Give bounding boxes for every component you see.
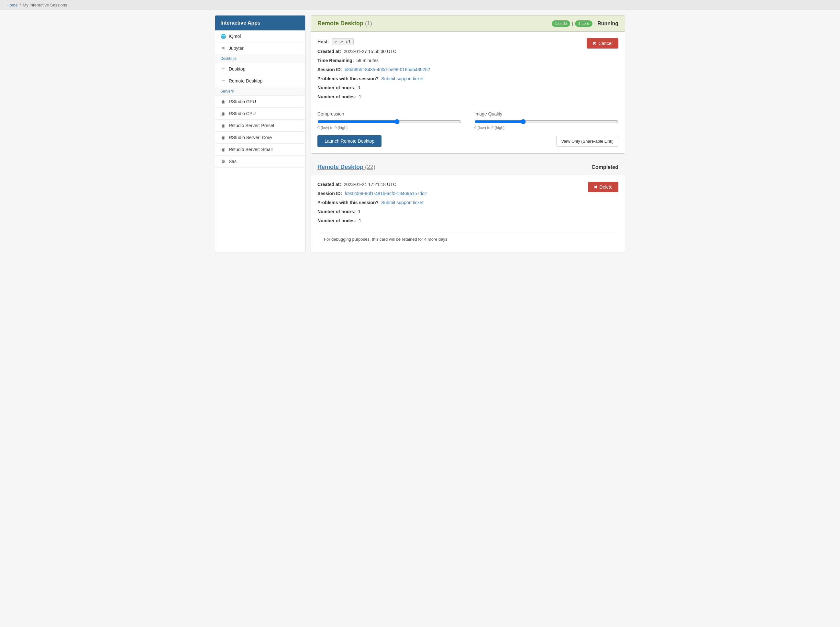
hours-row-1: Number of hours: 1 <box>317 85 430 90</box>
session-id-label-2: Session ID: <box>317 191 342 196</box>
session-id-row-1: Session ID: b8b59b5f-8485-460d-be98-0165… <box>317 67 430 72</box>
hours-value-1: 1 <box>358 85 361 90</box>
created-value-1: 2023-01-27 15:50:30 UTC <box>344 49 396 54</box>
compression-slider[interactable] <box>317 119 462 124</box>
sidebar-label-remote-desktop: Remote Desktop <box>229 78 262 83</box>
quality-group: Image Quality 0 (low) to 9 (high) <box>474 111 618 130</box>
session-card-header-2: Remote Desktop (22) Completed <box>311 159 625 175</box>
problems-label-1: Problems with this session? <box>317 76 378 81</box>
breadcrumb-separator: / <box>20 3 21 8</box>
debug-note: For debugging purposes, this card will b… <box>317 233 618 246</box>
core-badge-1: 1 core <box>575 20 592 27</box>
quality-label: Image Quality <box>474 111 618 117</box>
host-value: >_c1 <box>340 39 350 44</box>
terminal-icon: >_ <box>334 39 339 44</box>
monitor-icon: ▭ <box>221 66 226 71</box>
session-number-1: (1) <box>365 20 372 27</box>
created-value-2: 2023-01-24 17:21:18 UTC <box>344 182 396 187</box>
sidebar-item-rstudio-small[interactable]: ◉ Rstudio Server: Small <box>215 143 305 156</box>
globe-icon: 🌐 <box>221 34 226 39</box>
rstudio-core-icon: ◉ <box>221 135 226 140</box>
nodes-value-1: 1 <box>359 94 361 99</box>
launch-button[interactable]: Launch Remote Desktop <box>317 135 381 147</box>
host-badge: >_ >_c1 <box>332 38 354 45</box>
support-link-1[interactable]: Submit support ticket <box>381 76 424 81</box>
session-body-2: Created at: 2023-01-24 17:21:18 UTC Sess… <box>311 175 625 252</box>
problems-row-2: Problems with this session? Submit suppo… <box>317 200 427 205</box>
delete-button[interactable]: ✖ Delete <box>588 182 618 192</box>
sidebar-label-rstudio-core: RStudio Server: Core <box>229 135 272 140</box>
cancel-label: Cancel <box>598 41 613 46</box>
cancel-area: ✖ Cancel <box>587 38 618 49</box>
node-badge-1: 1 node <box>552 20 570 27</box>
sidebar-item-sas[interactable]: ⚙ Sas <box>215 156 305 168</box>
problems-row-1: Problems with this session? Submit suppo… <box>317 76 430 81</box>
rstudio-small-icon: ◉ <box>221 147 226 152</box>
session-id-link-2[interactable]: fc932d69-96f1-481b-acf0-18469a157dc2 <box>345 191 427 196</box>
compression-label: Compression <box>317 111 462 117</box>
sidebar-item-rstudio-cpu[interactable]: ◉ RStudio CPU <box>215 108 305 120</box>
badge-separator-2: | <box>594 21 596 26</box>
sas-icon: ⚙ <box>221 159 226 164</box>
hours-label-1: Number of hours: <box>317 85 355 90</box>
session-info-1: Host: >_ >_c1 Created at: 2023-01-27 15:… <box>317 38 430 103</box>
sidebar-item-iqmol[interactable]: 🌐 IQmol <box>215 30 305 43</box>
compression-hint: 0 (low) to 9 (high) <box>317 126 462 130</box>
session-badges-1: 1 node | 1 core | Running <box>552 20 618 27</box>
sidebar-label-sas: Sas <box>229 159 236 164</box>
breadcrumb-current: My Interactive Sessions <box>23 3 67 8</box>
sidebar-label-rstudio-preset: Rstudio Server: Preset <box>229 123 274 128</box>
view-only-link[interactable]: View Only (Share-able Link) <box>556 136 618 147</box>
nodes-label-2: Number of nodes: <box>317 218 356 223</box>
delete-area: ✖ Delete <box>588 182 618 192</box>
delete-icon: ✖ <box>594 184 598 190</box>
session-id-row-2: Session ID: fc932d69-96f1-481b-acf0-1846… <box>317 191 427 196</box>
quality-slider[interactable] <box>474 119 618 124</box>
sidebar-item-rstudio-gpu[interactable]: ◉ RStudio GPU <box>215 96 305 108</box>
badge-separator-1: | <box>572 21 573 26</box>
sidebar: Interactive Apps 🌐 IQmol ≡ Jupyter Deskt… <box>215 15 306 252</box>
host-row: Host: >_ >_c1 <box>317 38 430 45</box>
sidebar-item-rstudio-preset[interactable]: ◉ Rstudio Server: Preset <box>215 120 305 132</box>
created-label-1: Created at: <box>317 49 341 54</box>
sidebar-item-remote-desktop[interactable]: ▭ Remote Desktop <box>215 75 305 87</box>
hours-row-2: Number of hours: 1 <box>317 209 427 214</box>
sidebar-category-desktops: Desktops <box>215 54 305 63</box>
cancel-button[interactable]: ✖ Cancel <box>587 38 618 49</box>
session-id-link-1[interactable]: b8b59b5f-8485-460d-be98-0165ab435252 <box>345 67 430 72</box>
launch-label: Launch Remote Desktop <box>325 139 374 143</box>
nodes-row-1: Number of nodes: 1 <box>317 94 430 99</box>
sliders-row: Compression 0 (low) to 9 (high) Image Qu… <box>317 111 618 130</box>
breadcrumb-home[interactable]: Home <box>6 3 18 8</box>
sidebar-label-rstudio-small: Rstudio Server: Small <box>229 147 273 152</box>
session-top-row-1: Host: >_ >_c1 Created at: 2023-01-27 15:… <box>317 38 618 103</box>
divider-2 <box>317 230 618 230</box>
rstudio-gpu-icon: ◉ <box>221 99 226 104</box>
session-title-link-2[interactable]: Remote Desktop (22) <box>317 164 375 170</box>
created-row-2: Created at: 2023-01-24 17:21:18 UTC <box>317 182 427 187</box>
sidebar-category-servers: Servers <box>215 87 305 96</box>
rstudio-preset-icon: ◉ <box>221 123 226 128</box>
sidebar-label-rstudio-cpu: RStudio CPU <box>229 111 255 116</box>
sidebar-item-jupyter[interactable]: ≡ Jupyter <box>215 43 305 54</box>
launch-row: Launch Remote Desktop View Only (Share-a… <box>317 135 618 147</box>
sidebar-item-desktop[interactable]: ▭ Desktop <box>215 63 305 75</box>
rstudio-cpu-icon: ◉ <box>221 111 226 116</box>
breadcrumb: Home / My Interactive Sessions <box>0 0 840 10</box>
compression-group: Compression 0 (low) to 9 (high) <box>317 111 462 130</box>
jupyter-icon: ≡ <box>221 46 226 51</box>
time-remaining-label: Time Remaining: <box>317 58 354 63</box>
status-completed-2: Completed <box>591 164 618 170</box>
time-remaining-value: 59 minutes <box>356 58 378 63</box>
host-label: Host: <box>317 39 329 44</box>
sidebar-header: Interactive Apps <box>215 16 305 30</box>
hours-label-2: Number of hours: <box>317 209 355 214</box>
session-card-2: Remote Desktop (22) Completed Created at… <box>310 159 625 252</box>
session-body-1: Host: >_ >_c1 Created at: 2023-01-27 15:… <box>311 32 625 153</box>
sidebar-item-rstudio-core[interactable]: ◉ RStudio Server: Core <box>215 132 305 143</box>
status-running-1: Running <box>597 21 618 27</box>
divider-1 <box>317 106 618 106</box>
nodes-value-2: 1 <box>359 218 361 223</box>
support-link-2[interactable]: Submit support ticket <box>381 200 424 205</box>
session-info-2: Created at: 2023-01-24 17:21:18 UTC Sess… <box>317 182 427 227</box>
